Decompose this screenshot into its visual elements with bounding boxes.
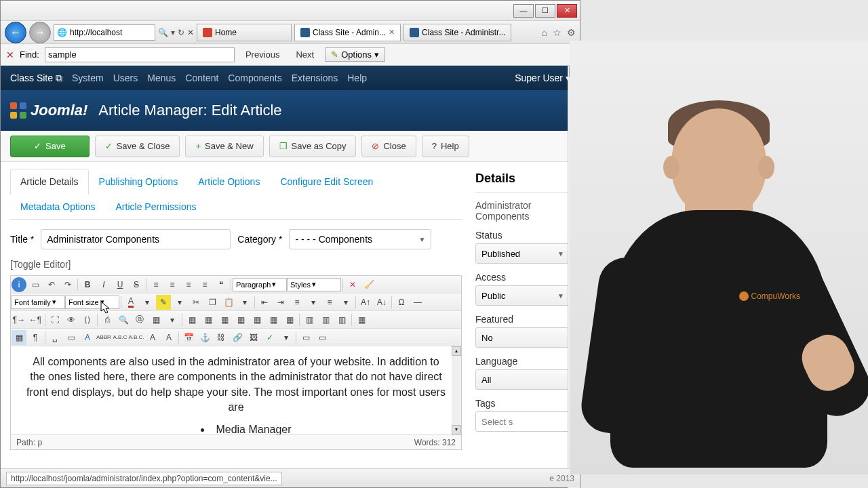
status-select[interactable]: Published ▼: [475, 243, 570, 264]
style-icon[interactable]: A: [80, 330, 95, 345]
anchor-icon[interactable]: ⚓: [197, 330, 212, 345]
menu-users[interactable]: Users: [113, 73, 138, 83]
about-icon[interactable]: i: [12, 277, 26, 292]
close-window-button[interactable]: ✕: [557, 4, 577, 18]
charmap-icon[interactable]: Ω: [394, 295, 409, 310]
category-select[interactable]: - - - - Components ▼: [289, 229, 431, 249]
tab-article-details[interactable]: Article Details: [10, 169, 89, 195]
bold-button[interactable]: B: [80, 277, 95, 292]
search-icon[interactable]: 🔍: [158, 28, 168, 37]
cut-icon[interactable]: ✂: [189, 295, 203, 310]
table-icon[interactable]: ▦: [184, 312, 199, 327]
font-family-select[interactable]: Font family▾: [11, 296, 65, 309]
menu-system[interactable]: System: [72, 73, 104, 83]
minimize-button[interactable]: —: [513, 4, 534, 18]
featured-select[interactable]: No: [475, 327, 570, 348]
save-copy-button[interactable]: ❐ Save as Copy: [269, 136, 357, 157]
blockquote-icon[interactable]: ❝: [214, 277, 229, 292]
italic-button[interactable]: I: [96, 277, 111, 292]
layer-icon[interactable]: ▦: [149, 312, 163, 327]
fullscreen-icon[interactable]: ⛶: [47, 312, 62, 327]
backcolor-icon[interactable]: ✎: [156, 295, 171, 310]
tab-admin-2[interactable]: Class Site - Administr...: [403, 24, 511, 41]
abbr-icon[interactable]: ABBR: [96, 330, 111, 345]
home-icon[interactable]: ⌂: [542, 27, 547, 38]
refresh-icon[interactable]: ↻: [178, 28, 184, 37]
editor-scrollbar[interactable]: ▴ ▾: [452, 346, 461, 434]
favorites-icon[interactable]: ☆: [553, 27, 561, 38]
find-options-button[interactable]: ✎ Options ▾: [325, 47, 385, 62]
align-center-icon[interactable]: ≡: [165, 277, 180, 292]
tab-admin-1[interactable]: Class Site - Admin... ✕: [294, 24, 401, 41]
back-button[interactable]: ←: [5, 22, 26, 43]
menu-components[interactable]: Components: [228, 73, 281, 83]
split-icon[interactable]: ▥: [302, 312, 317, 327]
ltr-icon[interactable]: ¶→: [12, 312, 26, 327]
close-findbar-icon[interactable]: ✕: [6, 49, 14, 60]
copy-icon[interactable]: ❐: [205, 295, 220, 310]
forward-button[interactable]: →: [29, 22, 51, 43]
tab-article-permissions[interactable]: Article Permissions: [106, 194, 207, 219]
pagebreak-icon[interactable]: ▭: [315, 330, 330, 345]
forecolor-icon[interactable]: A: [123, 295, 138, 310]
access-select[interactable]: Public ▼: [475, 285, 570, 306]
dropdown-icon[interactable]: ▾: [171, 28, 175, 37]
menu-content[interactable]: Content: [185, 73, 218, 83]
caret-icon[interactable]: ▾: [140, 295, 155, 310]
paragraph-select[interactable]: Paragraph▾: [233, 278, 287, 291]
date-icon[interactable]: 📅: [181, 330, 196, 345]
site-link[interactable]: Class Site ⧉: [10, 73, 62, 84]
delete-row-icon[interactable]: ▦: [233, 312, 248, 327]
visualblocks-icon[interactable]: ▦: [12, 330, 26, 345]
help-button[interactable]: ? Help: [422, 136, 469, 157]
align-left-icon[interactable]: ≡: [149, 277, 163, 292]
preview-icon[interactable]: 👁: [64, 312, 79, 327]
readmore-icon[interactable]: ▭: [298, 330, 313, 345]
unlink-icon[interactable]: ⛓: [214, 330, 229, 345]
close-tab-icon[interactable]: ✕: [389, 28, 395, 37]
styles-select[interactable]: Styles▾: [287, 278, 341, 291]
bullist-icon[interactable]: ≡: [322, 295, 337, 310]
url-input[interactable]: 🌐 http://localhost: [54, 24, 155, 41]
search-icon[interactable]: 🔍: [116, 312, 131, 327]
menu-extensions[interactable]: Extensions: [292, 73, 338, 83]
show-para-icon[interactable]: ¶: [28, 330, 43, 345]
title-input[interactable]: [41, 229, 231, 249]
acronym-icon[interactable]: A.B.C: [113, 330, 127, 345]
save-button[interactable]: ✓ Save: [10, 136, 90, 157]
editor-content[interactable]: All components are also used in the admi…: [11, 346, 461, 434]
print-icon[interactable]: ⎙: [100, 312, 115, 327]
caret-icon[interactable]: ▾: [237, 295, 252, 310]
rtl-icon[interactable]: ←¶: [28, 312, 43, 327]
delete-col-icon[interactable]: ▦: [282, 312, 297, 327]
menu-menus[interactable]: Menus: [147, 73, 176, 83]
merge-icon[interactable]: ▥: [318, 312, 333, 327]
row-after-icon[interactable]: ▦: [217, 312, 232, 327]
language-select[interactable]: All: [475, 369, 570, 390]
sub-icon[interactable]: A↓: [374, 295, 389, 310]
replace-icon[interactable]: ⓐ: [132, 312, 147, 327]
align-justify-icon[interactable]: ≡: [197, 277, 212, 292]
remove-format-icon[interactable]: ✕: [345, 277, 360, 292]
underline-button[interactable]: U: [113, 277, 127, 292]
row-before-icon[interactable]: ▦: [201, 312, 216, 327]
numlist-icon[interactable]: ≡: [290, 295, 304, 310]
paste-icon[interactable]: 📋: [221, 295, 236, 310]
indent-icon[interactable]: ⇥: [273, 295, 288, 310]
strike-button[interactable]: S: [129, 277, 144, 292]
caret-icon[interactable]: ▾: [338, 295, 353, 310]
ins-icon[interactable]: A: [145, 330, 160, 345]
caret-icon[interactable]: ▾: [279, 330, 294, 345]
undo-icon[interactable]: ↶: [44, 277, 59, 292]
close-button[interactable]: ⊘ Close: [361, 136, 416, 157]
tab-configure-edit[interactable]: Configure Edit Screen: [270, 169, 383, 194]
find-next-button[interactable]: Next: [290, 48, 319, 61]
hr-icon[interactable]: —: [410, 295, 425, 310]
tools-icon[interactable]: ⚙: [567, 27, 576, 38]
find-input[interactable]: [45, 47, 235, 62]
toggle-editor-link[interactable]: [Toggle Editor]: [10, 259, 462, 270]
col-before-icon[interactable]: ▦: [250, 312, 264, 327]
font-size-select[interactable]: Font size▾: [65, 296, 119, 309]
menu-help[interactable]: Help: [347, 73, 367, 83]
spellcheck-icon[interactable]: ✓: [262, 330, 277, 345]
